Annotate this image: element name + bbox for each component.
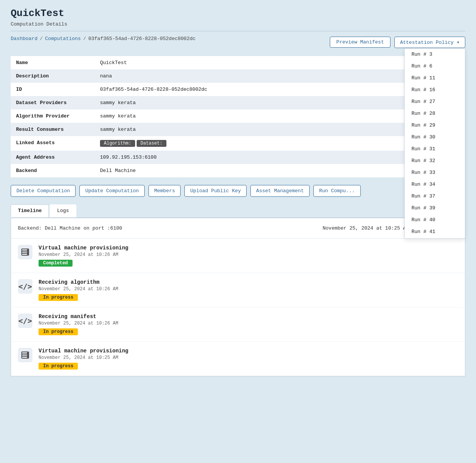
timeline-header: Backend: Dell Machine on port :6100 Nove… — [11, 218, 465, 239]
status-badge-3: In progress — [39, 363, 78, 370]
timeline-timestamp: November 25, 2024 at 10:25 AM — [323, 225, 409, 231]
dropdown-item-4[interactable]: Run # 27 — [405, 96, 465, 108]
dropdown-item-14[interactable]: Run # 40 — [405, 214, 465, 226]
asset-management-button[interactable]: Asset Management — [250, 185, 310, 197]
dropdown-item-5[interactable]: Run # 28 — [405, 108, 465, 119]
status-badge-1: In progress — [39, 294, 78, 301]
dropdown-item-10[interactable]: Run # 33 — [405, 167, 465, 178]
timeline-content-2: Receiving manifestNovember 25, 2024 at 1… — [39, 313, 458, 335]
dropdown-item-16[interactable]: Run # 42 — [405, 238, 465, 239]
timeline-content-0: Virtual machine provisioningNovember 25,… — [39, 245, 458, 267]
timeline-item-0: Virtual machine provisioningNovember 25,… — [11, 239, 465, 273]
code-icon: </> — [18, 313, 32, 328]
detail-label-4: Algorithm Provider — [11, 109, 95, 123]
top-bar: Dashboard / Computations / 03faf365-54ad… — [11, 36, 465, 48]
detail-label-0: Name — [11, 56, 95, 69]
preview-manifest-button[interactable]: Preview Manifest — [330, 37, 390, 48]
timeline-title-2: Receiving manifest — [39, 313, 458, 320]
timeline-item-3: Virtual machine provisioningNovember 25,… — [11, 342, 465, 376]
detail-label-8: Backend — [11, 164, 95, 177]
dropdown-item-2[interactable]: Run # 11 — [405, 72, 465, 84]
app-title: QuickTest — [11, 8, 465, 19]
tab-timeline[interactable]: Timeline — [11, 204, 49, 217]
svg-point-10 — [27, 355, 28, 355]
attestation-policy-button[interactable]: Attestation Policy ▾ — [394, 37, 465, 48]
status-badge-0: Completed — [39, 260, 73, 267]
timeline-content-3: Virtual machine provisioningNovember 25,… — [39, 348, 458, 370]
backend-info: Backend: Dell Machine on port :6100 — [18, 225, 122, 231]
timeline-title-0: Virtual machine provisioning — [39, 245, 458, 251]
delete-computation-button[interactable]: Delete Computation — [11, 185, 76, 197]
dropdown-item-1[interactable]: Run # 6 — [405, 60, 465, 72]
dropdown-item-0[interactable]: Run # 3 — [405, 48, 465, 60]
server-icon — [18, 245, 32, 259]
update-computation-button[interactable]: Update Computation — [79, 185, 144, 197]
timeline-item-1: </>Receiving algorithmNovember 25, 2024 … — [11, 273, 465, 307]
timeline-content-1: Receiving algorithmNovember 25, 2024 at … — [39, 279, 458, 301]
detail-label-1: Description — [11, 69, 95, 83]
breadcrumb-computations[interactable]: Computations — [45, 36, 81, 42]
upload-public-key-button[interactable]: Upload Public Key — [184, 185, 247, 197]
attestation-policy-dropdown: Run # 3Run # 6Run # 11Run # 16Run # 27Ru… — [404, 48, 465, 239]
timeline-title-3: Virtual machine provisioning — [39, 348, 458, 354]
svg-point-11 — [27, 357, 28, 358]
timeline-time-0: November 25, 2024 at 10:26 AM — [39, 252, 458, 257]
breadcrumb-dashboard[interactable]: Dashboard — [11, 36, 37, 42]
members-button[interactable]: Members — [148, 185, 181, 197]
attestation-policy-wrapper: Attestation Policy ▾ Run # 3Run # 6Run #… — [394, 37, 465, 48]
timeline-title-1: Receiving algorithm — [39, 279, 458, 285]
timeline-time-1: November 25, 2024 at 10:26 AM — [39, 286, 458, 292]
breadcrumb-sep-2: / — [83, 36, 86, 42]
dropdown-item-13[interactable]: Run # 39 — [405, 202, 465, 214]
linked-asset-badge: Algorithm: — [100, 140, 135, 147]
detail-label-2: ID — [11, 83, 95, 96]
svg-point-5 — [27, 254, 28, 255]
breadcrumb: Dashboard / Computations / 03faf365-54ad… — [11, 36, 195, 42]
timeline-items-container: Virtual machine provisioningNovember 25,… — [11, 239, 465, 376]
timeline-time-3: November 25, 2024 at 10:25 AM — [39, 355, 458, 360]
timeline-item-2: </>Receiving manifestNovember 25, 2024 a… — [11, 307, 465, 342]
status-badge-2: In progress — [39, 328, 78, 335]
run-computation-button[interactable]: Run Compu... — [313, 185, 361, 197]
dropdown-item-3[interactable]: Run # 16 — [405, 84, 465, 96]
detail-label-3: Dataset Providers — [11, 96, 95, 109]
code-icon: </> — [18, 279, 32, 294]
top-actions: Preview Manifest Attestation Policy ▾ Ru… — [330, 37, 465, 48]
dropdown-item-6[interactable]: Run # 29 — [405, 119, 465, 131]
dropdown-item-8[interactable]: Run # 31 — [405, 143, 465, 155]
dropdown-item-12[interactable]: Run # 37 — [405, 190, 465, 202]
breadcrumb-sep-1: / — [40, 36, 43, 42]
dropdown-item-15[interactable]: Run # 41 — [405, 226, 465, 238]
detail-table: NameQuickTestDescriptionnanaID03faf365-5… — [11, 56, 465, 177]
detail-label-6: Linked Assets — [11, 136, 95, 151]
linked-asset-badge: Dataset: — [137, 140, 166, 147]
tab-logs[interactable]: Logs — [50, 204, 76, 217]
timeline-time-2: November 25, 2024 at 10:26 AM — [39, 321, 458, 326]
timeline-container: Backend: Dell Machine on port :6100 Nove… — [11, 218, 465, 376]
svg-point-9 — [27, 353, 28, 354]
server-icon — [18, 348, 32, 362]
dropdown-item-11[interactable]: Run # 34 — [405, 178, 465, 190]
svg-point-3 — [27, 250, 28, 251]
action-buttons: Delete Computation Update Computation Me… — [11, 185, 465, 197]
dropdown-item-9[interactable]: Run # 32 — [405, 155, 465, 167]
dropdown-item-7[interactable]: Run # 30 — [405, 131, 465, 143]
tabs: Timeline Logs — [11, 204, 465, 218]
breadcrumb-id: 03faf365-54ad-4726-8228-052dec8002dc — [88, 36, 195, 42]
detail-label-7: Agent Address — [11, 151, 95, 164]
svg-point-4 — [27, 252, 28, 252]
page-subtitle: Computation Details — [11, 21, 465, 31]
detail-label-5: Result Consumers — [11, 123, 95, 136]
